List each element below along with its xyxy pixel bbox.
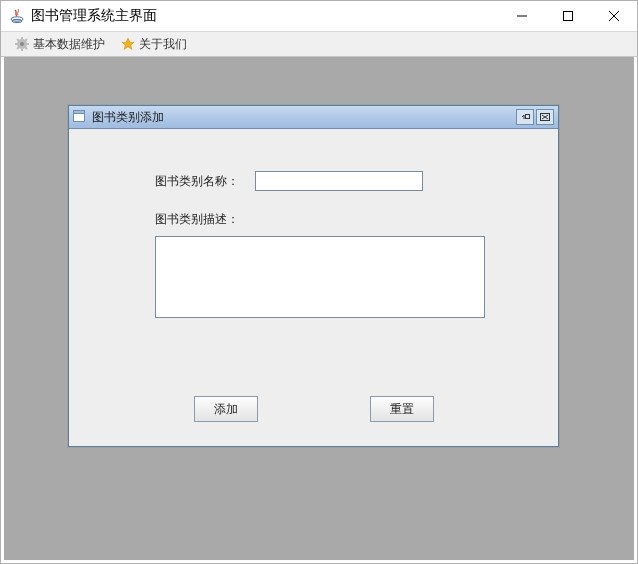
menu-basic-data-label: 基本数据维护	[33, 36, 105, 53]
svg-line-13	[25, 47, 27, 49]
internal-frame-title: 图书类别添加	[92, 109, 164, 126]
svg-rect-18	[74, 111, 85, 114]
svg-line-12	[17, 39, 19, 41]
svg-rect-19	[526, 115, 530, 119]
main-window: 图书管理系统主界面	[0, 0, 638, 564]
menubar: 基本数据维护 关于我们	[1, 32, 637, 57]
java-app-icon	[9, 8, 25, 24]
reset-button[interactable]: 重置	[370, 396, 434, 422]
svg-line-14	[25, 39, 27, 41]
category-desc-textarea[interactable]	[155, 236, 485, 318]
internal-frame-close-button[interactable]	[536, 109, 554, 125]
internal-frame-body: 图书类别名称： 图书类别描述： 添加 重置	[69, 129, 558, 446]
internal-frame-maximize-button[interactable]	[516, 109, 534, 125]
mdi-workspace: 图书类别添加 图书类别名	[1, 57, 637, 563]
internal-frame-add-category: 图书类别添加 图书类别名	[68, 105, 559, 447]
frame-window-icon	[73, 110, 87, 124]
close-button[interactable]	[591, 1, 637, 32]
category-desc-label: 图书类别描述：	[155, 211, 530, 228]
maximize-button[interactable]	[545, 1, 591, 32]
minimize-button[interactable]	[499, 1, 545, 32]
menu-about-label: 关于我们	[139, 36, 187, 53]
star-icon	[121, 37, 135, 51]
category-name-input[interactable]	[255, 171, 423, 191]
gear-icon	[15, 37, 29, 51]
internal-frame-titlebar: 图书类别添加	[69, 106, 558, 129]
menu-basic-data[interactable]: 基本数据维护	[7, 34, 113, 55]
add-button[interactable]: 添加	[194, 396, 258, 422]
svg-point-7	[20, 42, 24, 46]
titlebar: 图书管理系统主界面	[1, 1, 637, 32]
svg-marker-16	[122, 38, 134, 50]
window-title: 图书管理系统主界面	[31, 7, 157, 25]
category-name-label: 图书类别名称：	[155, 173, 255, 190]
svg-rect-3	[564, 12, 573, 21]
menu-about[interactable]: 关于我们	[113, 34, 195, 55]
svg-line-15	[17, 47, 19, 49]
